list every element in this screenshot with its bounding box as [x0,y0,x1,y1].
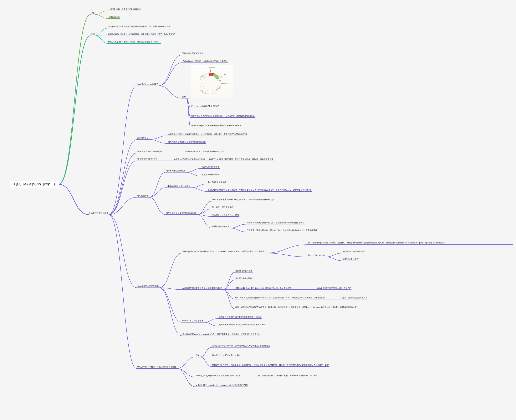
node-neighbor: MySQL中的一个机制，可能让你的查询会更慢 [137,365,177,368]
root-node: 12讲为什么我的MySQL会"抖"一下 [10,181,59,188]
leaf: 第二种是，使用了并且是干净页 [212,213,239,217]
node-redo-full: InnoDB的redo log写满了 [137,83,159,86]
leaf: 系统会停止所有更新操作 [182,52,204,55]
node-io-capacity: innodb_io_capacity [308,254,325,257]
leaf-fio: fio -filename=$filename -direct=1 -iodep… [308,241,513,245]
node-idle: MySQL认为系统"空闲"的时候 [137,150,162,153]
node-mem-perf: 内存不够用了，要先将脏页写到磁盘 [166,211,197,215]
leaf: 图中从write pos到CP'之间就是可以再写入的redo log的区域 [191,124,242,127]
node-phenomenon: 现象 [91,12,95,15]
leaf: 一条SQL语句，正常执行的时候特别快 [108,8,141,11]
leaf: 设置成磁盘的IOPS [343,258,360,261]
leaf: InnoDB用缓冲池（buffer pool）管理内存，缓冲池中的内存页有三种状… [212,198,274,201]
leaf: 数据库本来就要关闭了 [201,173,221,176]
node-pause: MySQL"抖"了一下的原因 [182,319,204,322]
node-diagram: 图解 [182,95,186,98]
leaf: 一个查询要淘汰的脏页个数太多，会导致查询的响应时间明显变长； [246,221,305,224]
node-shutdown: MySQL正常关闭的情况 [137,158,157,161]
leaf: 首先是内存脏页太多 [235,269,253,272]
node-mem-short: 系统内存不足 [137,136,149,140]
node-bad-perf: 严重影响性能的情况 [212,225,230,228]
leaf: MySQL会把内存的脏页都flush到磁盘上，这样下次MySQL启动的时候，就可… [173,158,274,161]
node-flush-when: 什么时候会做flush操作 [89,211,109,215]
leaf: 值为1的时候会有上述的"连坐"机制，值为0时表示不找邻居，自己刷自己 [258,374,320,377]
leaf: 见缝插针地找时间，只要有机会就刷一点"脏页" [185,150,225,153]
leaf: 查询语句在需要内存的时候可能要求淘汰一个脏页 [218,315,262,318]
leaf: 有时会比较慢 [108,15,120,18]
leaf: MySQL 8.0中，innodb_flush_neighbors参数的默认值已… [195,384,248,387]
leaf: 第一种是，还没有使用的 [212,206,234,209]
leaf: 如果淘汰的是"脏页"，就要先将脏页写到磁盘 [168,140,206,143]
leaf: 就会把这个"邻居"也带着一起刷掉 [212,354,241,357]
leaf: 告诉InnoDB你的磁盘能力 [343,250,365,253]
node-reason: 原因 [91,33,95,36]
mindmap-canvas: 12讲为什么我的MySQL会"抖"一下 现象 一条SQL语句，正常执行的时候特别… [0,0,516,420]
node-speed: 设计策略控制刷脏页的速度，会参考哪些因素？ [182,286,223,290]
leaf: 参数innodb_max_dirty_pages_pct是脏页比例上限，默认值是… [235,286,292,290]
leaf-care: 要合理地设置innodb_io_capacity的值，并且平时要多关注脏页比例，… [182,333,261,336]
node-redo-perf: redo log写满了，要flush脏页 [166,185,191,188]
leaf: MySQL空闲时的操作 [201,165,220,168]
node-strategy: InnoDB刷脏页的控制策略 [137,285,159,288]
leaf: 日志写满，更新全部堵住，写性能跌为0，这种情况对敏感业务来说，是不能接受的。 [246,229,319,232]
node-perf: 对性能的影响 [137,194,149,197]
leaf: 需要将两个点之间的日志（浅绿色部分），对应的所有脏页都flush到磁盘上 [191,114,255,118]
leaf: InnoDB要尽量避免的 [208,181,227,184]
checkpoint-diagram [191,65,233,98]
leaf: 出现这种情况的时候，整个系统就不能再接受更新了，所有的更新都必须堵住。如果你从监… [208,188,312,192]
node-neighbor-phen: 现象 [195,354,200,357]
leaf: InnoDB会根据当前的脏页比例（假设为M [316,286,351,290]
leaf: N越大，算出来的值越大就好了 [341,296,368,299]
leaf: 当内存数据页跟磁盘数据页内容不一致的时候，我们称这个内存页为"脏页" [108,25,171,28]
node-no-care: 两种不考虑性能的情况 [166,169,185,172]
node-neighbor-param: innodb_flush_neighbors 参数就是用来控制这个行为 [195,374,240,377]
leaf: 而且这个把"邻居"拖下水的逻辑还可以继续蔓延，也就是对于每个邻居数据页，如果跟它… [212,363,329,367]
leaf: 内存数据写入到磁盘后，内存和磁盘上的数据页的内容就一致了，称为"干净页" [108,33,175,36]
leaf: InnoDB每次写入的日志都有一个序号，当前写入的序号跟checkpoint对应… [235,296,326,299]
leaf: 把checkpoint位置从CP推进到CP' [191,105,220,108]
leaf: 把checkpoint往前推进，redo log留出空间可以继续写 [182,60,228,63]
leaf: 当需要新的内存页，而内存不够用的时候，就要淘汰一些数据页，空出内存给别的数据页使… [168,133,247,136]
leaf: 刷脏页的逻辑会占用IO资源并可能影响到你的更新语句 [218,323,266,326]
leaf: 根据上述算得的F1(M)和F2(N)两个值，取其中较大的值记为R，之后引擎就可以… [235,306,357,309]
leaf: 在准备刷一个脏页的时候，如果这个数据页旁边的数据页刚好是脏页 [212,344,270,347]
node-io: 正确地告诉InnoDB所在主机的IO能力，这样InnoDB才能知道需要全力刷脏页… [182,250,265,253]
leaf: 其次是redo log写满。 [235,277,254,280]
leaf: MySQL偶尔"抖"一下的那个瞬间，可能就是在刷脏页（flush） [108,40,161,44]
